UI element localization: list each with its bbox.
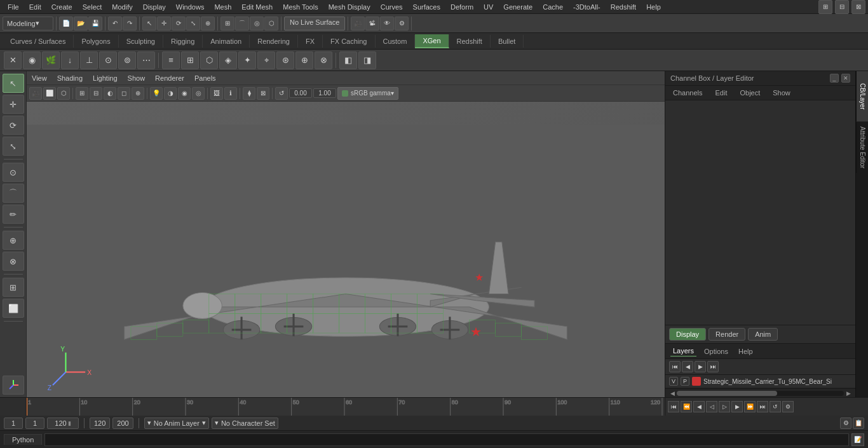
vp-colorspace-btn[interactable]: sRGB gamma ▾ <box>337 87 398 100</box>
loop-btn[interactable]: ↺ <box>770 401 781 412</box>
undo-btn[interactable]: ↶ <box>108 17 122 31</box>
go-end-btn[interactable]: ⏭ <box>757 401 768 412</box>
tab-curves-surfaces[interactable]: Curves / Surfaces <box>3 35 74 48</box>
playback-end2-field[interactable]: 200 <box>112 417 133 429</box>
vp-menu-show[interactable]: Show <box>123 73 151 83</box>
vp-menu-lighting[interactable]: Lighting <box>88 73 123 83</box>
status-icon-2[interactable]: 📋 <box>853 417 864 429</box>
xgen-icon-9[interactable]: ≡ <box>162 51 180 69</box>
status-icon-1[interactable]: ⚙ <box>840 417 851 429</box>
scroll-left-btn[interactable]: ◀ <box>668 389 677 398</box>
layer-next-next[interactable]: ⏭ <box>707 361 719 372</box>
next-frame-btn[interactable]: ▶ <box>731 401 743 412</box>
vp-grid-btn[interactable]: ⊞ <box>76 87 88 100</box>
character-set-dropdown[interactable]: ▾ No Character Set <box>212 417 278 429</box>
rp-minimize-btn[interactable]: _ <box>830 74 839 83</box>
new-btn[interactable]: 📄 <box>59 17 73 31</box>
ch-tab-channels[interactable]: Channels <box>670 88 705 98</box>
vp-menu-view[interactable]: View <box>27 73 52 83</box>
custom-tool[interactable]: ⊗ <box>3 252 24 271</box>
ch-tab-show[interactable]: Show <box>770 88 793 98</box>
tab-fx-caching[interactable]: FX Caching <box>323 35 375 48</box>
ch-tab-edit[interactable]: Edit <box>712 88 729 98</box>
timeline-ruler[interactable]: 1 10 20 30 40 50 60 70 80 90 100 110 120 <box>27 398 665 416</box>
xgen-icon-3[interactable]: 🌿 <box>42 51 60 69</box>
vp-wire-btn[interactable]: ◻ <box>118 87 130 100</box>
vp-image-btn[interactable]: 🖼 <box>210 87 223 100</box>
vp-light-btn[interactable]: 💡 <box>150 87 163 100</box>
prev-key-btn[interactable]: ⏪ <box>681 401 692 412</box>
xgen-icon-14[interactable]: ⌖ <box>257 51 275 69</box>
layers-tab-help[interactable]: Help <box>736 346 756 356</box>
xgen-icon-2[interactable]: ◉ <box>23 51 41 69</box>
play-back-btn[interactable]: ◁ <box>706 401 717 412</box>
rotate-tool-btn[interactable]: ⟳ <box>172 17 186 31</box>
layers-tab-layers[interactable]: Layers <box>670 346 696 356</box>
vp-dof-btn[interactable]: ◎ <box>192 87 205 100</box>
vp-xray-btn[interactable]: ⊠ <box>257 87 269 100</box>
tab-rendering[interactable]: Rendering <box>250 35 298 48</box>
layout-tool[interactable]: ⬜ <box>3 299 24 318</box>
render-btn[interactable]: 🎥 <box>351 17 365 31</box>
menu-create[interactable]: Create <box>46 2 78 12</box>
vp-grid2-btn[interactable]: ⊟ <box>90 87 102 100</box>
scroll-right-btn[interactable]: ▶ <box>844 389 853 398</box>
vp-safe-btn[interactable]: ⬡ <box>57 87 70 100</box>
snap-surface-btn[interactable]: ⬡ <box>264 17 278 31</box>
menu-edit[interactable]: Edit <box>24 2 46 12</box>
layer-playback-btn[interactable]: P <box>681 377 689 386</box>
python-input[interactable] <box>44 433 849 446</box>
xgen-icon-17[interactable]: ⊗ <box>315 51 332 69</box>
mode-dropdown[interactable]: Modeling ▾ <box>3 17 53 31</box>
vp-shadow-btn[interactable]: ◑ <box>164 87 177 100</box>
xgen-icon-18[interactable]: ◧ <box>339 51 357 69</box>
vp-ao-btn[interactable]: ◉ <box>178 87 191 100</box>
menu-deform[interactable]: Deform <box>445 2 478 12</box>
axis-btn[interactable] <box>3 376 24 395</box>
tab-xgen[interactable]: XGen <box>415 34 449 48</box>
prev-frame-btn[interactable]: ◀ <box>693 401 705 412</box>
move-tool[interactable]: ✛ <box>3 95 24 114</box>
layer-next[interactable]: ▶ <box>695 361 706 372</box>
xgen-icon-13[interactable]: ✦ <box>238 51 256 69</box>
tab-redshift[interactable]: Redshift <box>449 35 491 48</box>
vp-menu-renderer[interactable]: Renderer <box>150 73 189 83</box>
render-seq-btn[interactable]: 📽 <box>365 17 379 31</box>
menu-file[interactable]: File <box>3 2 24 12</box>
vp-menu-panels[interactable]: Panels <box>189 73 221 83</box>
xgen-icon-11[interactable]: ⬡ <box>200 51 218 69</box>
vp-menu-shading[interactable]: Shading <box>52 73 88 83</box>
redo-btn[interactable]: ↷ <box>123 17 137 31</box>
rp-close-btn[interactable]: ✕ <box>841 74 850 83</box>
menu-surfaces[interactable]: Surfaces <box>408 2 445 12</box>
xgen-icon-7[interactable]: ⊚ <box>118 51 136 69</box>
snap-grid-btn[interactable]: ⊞ <box>220 17 234 31</box>
layer-prev[interactable]: ◀ <box>682 361 693 372</box>
menu-cache[interactable]: Cache <box>538 2 568 12</box>
python-tab[interactable]: Python <box>4 434 42 445</box>
range-end-field[interactable]: 120 ▮ <box>47 417 79 429</box>
menu-modify[interactable]: Modify <box>107 2 137 12</box>
3d-viewport[interactable]: ★ ★ X Y Z persp <box>27 102 665 397</box>
next-key-btn[interactable]: ⏩ <box>744 401 756 412</box>
snap-curve-btn[interactable]: ⌒ <box>235 17 249 31</box>
layer-visibility-btn[interactable]: V <box>669 377 678 386</box>
live-surface-btn[interactable]: No Live Surface <box>284 17 345 31</box>
ipr-btn[interactable]: 👁 <box>380 17 394 31</box>
menu-display[interactable]: Display <box>138 2 171 12</box>
frame-start-field[interactable]: 1 <box>4 417 23 429</box>
layout-btn-3[interactable]: ⊠ <box>851 0 865 14</box>
xgen-icon-8[interactable]: ⋯ <box>137 51 155 69</box>
menu-select[interactable]: Select <box>78 2 107 12</box>
frame-current-field[interactable]: 1 <box>25 417 44 429</box>
attribute-editor-tab[interactable]: Attribute Editor <box>856 122 868 173</box>
soft-select-tool[interactable]: ⊙ <box>3 163 24 182</box>
menu-uv[interactable]: UV <box>478 2 498 12</box>
tab-rigging[interactable]: Rigging <box>163 35 203 48</box>
layout-btn-2[interactable]: ⊟ <box>835 0 849 14</box>
menu-windows[interactable]: Windows <box>171 2 210 12</box>
xgen-icon-19[interactable]: ◨ <box>358 51 376 69</box>
menu-redshift[interactable]: Redshift <box>606 2 641 12</box>
grid-tool[interactable]: ⊞ <box>3 278 24 297</box>
xgen-icon-12[interactable]: ◈ <box>219 51 237 69</box>
